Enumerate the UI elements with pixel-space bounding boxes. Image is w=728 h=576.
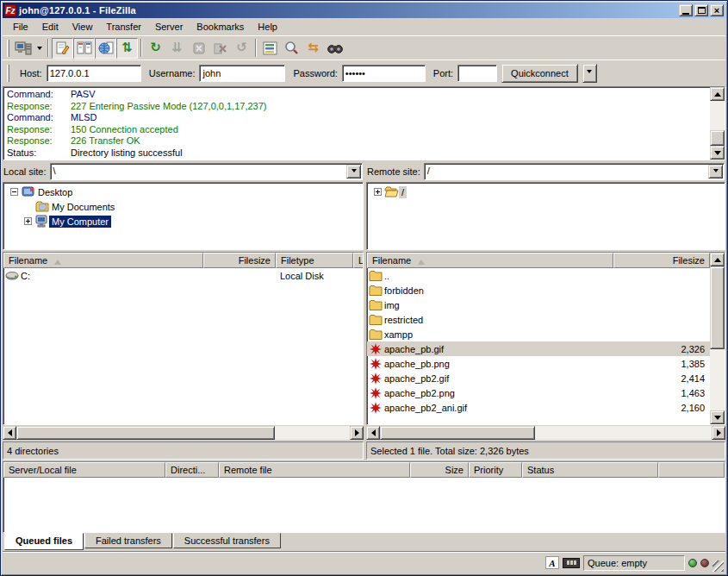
menu-view[interactable]: View xyxy=(65,20,100,34)
local-list-body[interactable]: C: Local Disk xyxy=(3,268,363,424)
synchronized-browsing-button[interactable]: ⇆ xyxy=(302,38,324,59)
remote-list-body[interactable]: .. forbidden img xyxy=(367,268,710,424)
toggle-remote-tree-button[interactable] xyxy=(95,38,116,59)
process-queue-button[interactable]: ⇊ xyxy=(166,38,188,59)
resize-grip[interactable] xyxy=(712,560,724,572)
toggle-transfer-queue-button[interactable]: ⇅ xyxy=(116,38,138,59)
site-manager-button[interactable] xyxy=(12,38,34,59)
directory-comparison-button[interactable] xyxy=(281,38,302,59)
password-input[interactable] xyxy=(342,65,426,82)
menu-server[interactable]: Server xyxy=(148,20,190,34)
remote-file-row[interactable]: apache_pb2.gif 2,414 xyxy=(367,371,710,385)
remote-file-row[interactable]: img xyxy=(367,297,710,312)
menu-bookmarks[interactable]: Bookmarks xyxy=(190,20,251,34)
scroll-down-button[interactable] xyxy=(710,146,725,160)
local-tree[interactable]: Desktop My Documents My Computer xyxy=(3,182,364,250)
column-direction[interactable]: Directi... xyxy=(165,462,219,478)
menu-edit[interactable]: Edit xyxy=(35,20,65,34)
scroll-right-button[interactable] xyxy=(712,426,725,440)
toggle-message-log-button[interactable] xyxy=(52,38,73,59)
column-filetype[interactable]: Filetype xyxy=(276,253,353,268)
local-site-combo[interactable]: \ xyxy=(50,163,363,180)
column-label: Directi... xyxy=(171,465,205,475)
remote-file-row[interactable]: .. xyxy=(367,268,710,283)
menu-file[interactable]: File xyxy=(6,20,35,34)
scroll-right-button[interactable] xyxy=(350,426,364,440)
local-file-row[interactable]: C: Local Disk xyxy=(3,268,363,283)
remote-file-row[interactable]: restricted xyxy=(367,312,710,327)
expand-icon[interactable] xyxy=(24,217,32,225)
column-filesize[interactable]: Filesize xyxy=(203,253,276,268)
sort-asc-icon xyxy=(418,256,425,265)
column-remote-file[interactable]: Remote file xyxy=(219,462,410,478)
remote-site-combo[interactable]: / xyxy=(424,163,725,180)
scroll-up-button[interactable] xyxy=(710,253,725,266)
username-input[interactable] xyxy=(199,65,285,82)
local-status-text: 4 directories xyxy=(7,446,59,456)
reconnect-button[interactable]: ↺ xyxy=(231,38,252,59)
close-button[interactable]: × xyxy=(710,4,724,16)
message-log-body[interactable]: Command:PASV Response:227 Entering Passi… xyxy=(3,87,710,160)
indicator-badge-icon xyxy=(563,558,580,568)
scrollbar-thumb[interactable] xyxy=(710,266,725,349)
log-vertical-scrollbar[interactable] xyxy=(710,87,725,160)
toolbar-grip[interactable] xyxy=(7,40,9,57)
remote-file-row[interactable]: apache_pb2_ani.gif 2,160 xyxy=(367,400,710,415)
scrollbar-thumb[interactable] xyxy=(380,426,535,440)
quickconnect-button[interactable]: Quickconnect xyxy=(501,64,578,83)
titlebar[interactable]: Fz john@127.0.0.1 - FileZilla × xyxy=(3,3,725,18)
tree-item-my-computer[interactable]: My Computer xyxy=(7,214,363,229)
scrollbar-thumb[interactable] xyxy=(16,426,275,440)
tree-item-desktop[interactable]: Desktop xyxy=(7,185,363,199)
local-site-dropdown[interactable] xyxy=(346,165,361,178)
port-input[interactable] xyxy=(457,65,497,82)
scroll-left-button[interactable] xyxy=(3,426,16,440)
collapse-icon[interactable] xyxy=(10,188,18,196)
maximize-button[interactable] xyxy=(694,4,708,16)
column-size[interactable]: Size xyxy=(410,462,469,478)
filter-button[interactable] xyxy=(259,38,281,59)
image-file-icon xyxy=(367,358,384,370)
disconnect-button[interactable] xyxy=(209,38,231,59)
quickconnect-dropdown[interactable] xyxy=(582,64,597,83)
tab-successful-transfers[interactable]: Successful transfers xyxy=(173,533,281,548)
minimize-button[interactable] xyxy=(679,4,693,16)
remote-file-row[interactable]: apache_pb.png 1,385 xyxy=(367,356,710,371)
tab-queued-files[interactable]: Queued files xyxy=(4,533,84,550)
scrollbar-thumb[interactable] xyxy=(710,130,725,146)
host-input[interactable] xyxy=(47,65,141,82)
tree-item-root[interactable]: / xyxy=(370,185,725,199)
expand-icon[interactable] xyxy=(374,188,382,196)
menu-help[interactable]: Help xyxy=(251,20,284,34)
local-horizontal-scrollbar[interactable] xyxy=(3,426,364,440)
chevron-down-icon xyxy=(713,169,719,175)
refresh-button[interactable]: ↻ xyxy=(145,38,166,59)
remote-file-row[interactable]: xampp xyxy=(367,327,710,341)
remote-file-row[interactable]: apache_pb2.png 1,463 xyxy=(367,385,710,400)
scroll-down-button[interactable] xyxy=(710,410,725,424)
find-files-button[interactable] xyxy=(324,38,345,59)
column-filename[interactable]: Filename xyxy=(367,253,613,268)
quickconnect-grip[interactable] xyxy=(7,65,9,82)
remote-horizontal-scrollbar[interactable] xyxy=(366,426,725,440)
column-server-local-file[interactable]: Server/Local file xyxy=(3,462,165,478)
column-filename[interactable]: Filename xyxy=(3,253,203,268)
column-status[interactable]: Status xyxy=(522,462,658,478)
remote-site-dropdown[interactable] xyxy=(708,165,723,178)
tab-failed-transfers[interactable]: Failed transfers xyxy=(84,533,172,548)
menu-transfer[interactable]: Transfer xyxy=(99,20,148,34)
site-manager-dropdown[interactable] xyxy=(34,38,45,59)
queue-list-body[interactable] xyxy=(3,478,725,532)
column-filesize[interactable]: Filesize xyxy=(613,253,710,268)
remote-vertical-scrollbar[interactable] xyxy=(710,253,725,424)
remote-file-row[interactable]: forbidden xyxy=(367,283,710,297)
tree-item-my-documents[interactable]: My Documents xyxy=(7,199,363,214)
remote-file-row-selected[interactable]: apache_pb.gif 2,326 xyxy=(367,341,710,356)
column-last-modified[interactable]: L xyxy=(353,253,364,268)
remote-tree[interactable]: / xyxy=(366,182,725,250)
column-priority[interactable]: Priority xyxy=(469,462,522,478)
scroll-left-button[interactable] xyxy=(366,426,380,440)
scroll-up-button[interactable] xyxy=(710,87,725,101)
cancel-operation-button[interactable] xyxy=(188,38,209,59)
toggle-local-tree-button[interactable] xyxy=(73,38,95,59)
